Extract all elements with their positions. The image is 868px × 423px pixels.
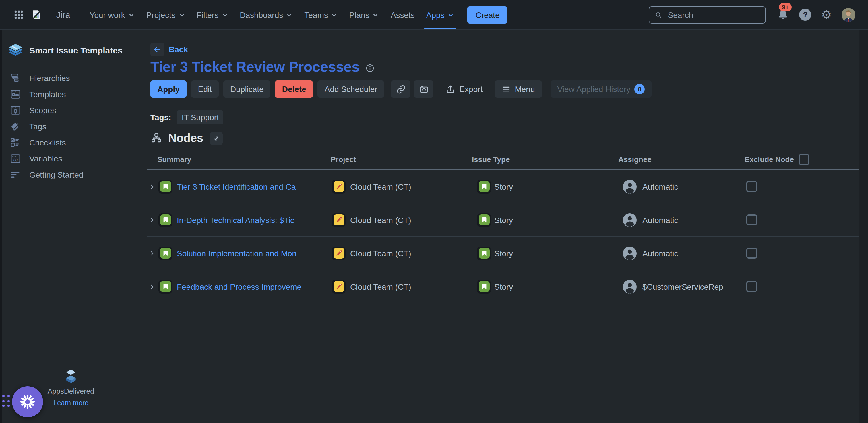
screenshot-button[interactable] xyxy=(414,81,434,98)
row-expander-icon[interactable] xyxy=(149,216,156,223)
exclude-node-checkbox[interactable] xyxy=(746,281,757,292)
assistant-fab[interactable] xyxy=(12,386,43,417)
column-header-issue-type: Issue Type xyxy=(472,155,618,164)
story-icon xyxy=(158,179,172,193)
back-button[interactable]: Back xyxy=(150,43,188,56)
project-avatar-icon xyxy=(332,213,346,227)
action-toolbar: Apply Edit Duplicate Delete Add Schedule… xyxy=(150,81,868,98)
summary-link[interactable]: Feedback and Process Improveme xyxy=(177,282,301,291)
summary-link[interactable]: In-Depth Technical Analysis: $Tic xyxy=(177,215,294,224)
getting-started-icon xyxy=(10,169,21,180)
nav-projects[interactable]: Projects xyxy=(146,10,185,19)
sidebar-item-scopes[interactable]: Scopes xyxy=(0,102,142,118)
export-icon xyxy=(446,84,456,94)
settings-gear-icon[interactable]: ⚙ xyxy=(821,9,832,21)
chevron-down-icon xyxy=(331,11,338,18)
product-name: Jira xyxy=(56,10,70,20)
tag-chip[interactable]: IT Support xyxy=(177,110,224,124)
duplicate-button[interactable]: Duplicate xyxy=(223,81,271,98)
project-name: Cloud Team (CT) xyxy=(350,249,411,258)
table-header-row: Summary Project Issue Type Assignee Excl… xyxy=(147,149,859,170)
sidebar-item-hierarchies[interactable]: Hierarchies xyxy=(0,70,142,86)
column-header-project: Project xyxy=(331,155,472,164)
page-title: Tier 3 Ticket Review Processes xyxy=(150,59,360,75)
notifications-button[interactable]: 9+ xyxy=(777,8,789,21)
app-sidebar: Smart Issue Templates Hierarchies Templa… xyxy=(0,30,143,423)
add-scheduler-button[interactable]: Add Scheduler xyxy=(318,81,384,98)
expand-icon xyxy=(213,135,220,142)
table-row: Feedback and Process Improveme Cloud Tea… xyxy=(147,270,859,304)
nav-apps[interactable]: Apps xyxy=(426,10,454,19)
drag-dots-icon[interactable] xyxy=(2,395,9,407)
sidebar-item-label: Checklists xyxy=(29,138,66,147)
project-name: Cloud Team (CT) xyxy=(350,215,411,224)
app-switcher-icon[interactable] xyxy=(10,7,26,23)
info-icon[interactable] xyxy=(365,63,375,73)
search-input[interactable] xyxy=(667,9,760,20)
view-applied-history-button[interactable]: View Applied History 0 xyxy=(551,81,652,98)
edit-button[interactable]: Edit xyxy=(191,81,219,98)
story-icon xyxy=(158,246,172,260)
link-icon xyxy=(396,84,406,94)
copy-link-button[interactable] xyxy=(391,81,411,98)
exclude-node-checkbox[interactable] xyxy=(746,215,757,225)
summary-link[interactable]: Tier 3 Ticket Identification and Ca xyxy=(177,182,296,191)
nav-dashboards[interactable]: Dashboards xyxy=(240,10,293,19)
create-button[interactable]: Create xyxy=(468,6,508,23)
table-row: In-Depth Technical Analysis: $Tic Cloud … xyxy=(147,203,859,237)
chevron-down-icon xyxy=(128,11,135,18)
back-label: Back xyxy=(169,45,188,54)
nav-filters[interactable]: Filters xyxy=(197,10,228,19)
appsdelivered-logo xyxy=(65,370,77,384)
project-avatar-icon xyxy=(332,280,346,293)
assignee-avatar-icon xyxy=(623,246,637,260)
row-expander-icon[interactable] xyxy=(149,283,156,290)
issue-type: Story xyxy=(494,249,513,258)
sidebar-item-checklists[interactable]: Checklists xyxy=(0,135,142,150)
delete-button[interactable]: Delete xyxy=(275,81,313,98)
exclude-node-checkbox[interactable] xyxy=(746,248,757,259)
tags-icon xyxy=(10,121,21,132)
sidebar-item-variables[interactable]: (x) Variables xyxy=(0,150,142,167)
nav-teams[interactable]: Teams xyxy=(304,10,338,19)
exclude-node-checkbox[interactable] xyxy=(746,181,757,192)
svg-text:(x): (x) xyxy=(13,158,18,162)
left-edge-rail xyxy=(0,30,2,423)
sidebar-item-templates[interactable]: Templates xyxy=(0,86,142,102)
smart-issue-templates-logo xyxy=(7,41,24,59)
menu-button[interactable]: Menu xyxy=(495,81,541,98)
nav-assets[interactable]: Assets xyxy=(391,10,415,19)
summary-link[interactable]: Solution Implementation and Mon xyxy=(177,249,297,258)
primary-nav: Your work Projects Filters Dashboards Te… xyxy=(90,10,454,19)
export-button[interactable]: Export xyxy=(443,81,485,98)
column-header-assignee: Assignee xyxy=(618,155,743,164)
page-scrollbar-gutter[interactable] xyxy=(859,30,868,423)
exclude-all-checkbox[interactable] xyxy=(799,154,809,165)
chevron-down-icon xyxy=(178,11,185,18)
jira-logo[interactable] xyxy=(32,10,41,20)
sidebar-nav: Hierarchies Templates Scopes Tags Checkl… xyxy=(0,70,142,183)
search-icon xyxy=(655,11,662,19)
nav-plans[interactable]: Plans xyxy=(349,10,379,19)
column-header-exclude-node: Exclude Node xyxy=(745,155,794,164)
search-input-wrap[interactable] xyxy=(649,6,766,23)
app-header: Smart Issue Templates xyxy=(7,41,136,59)
checklists-icon xyxy=(10,137,21,148)
back-arrow-icon xyxy=(153,45,162,54)
row-expander-icon[interactable] xyxy=(149,183,156,190)
menu-icon xyxy=(501,84,510,94)
story-icon xyxy=(158,280,172,293)
table-row: Solution Implementation and Mon Cloud Te… xyxy=(147,237,859,270)
apply-button[interactable]: Apply xyxy=(150,81,187,98)
nav-your-work[interactable]: Your work xyxy=(90,10,135,19)
help-icon[interactable]: ? xyxy=(799,9,811,21)
row-expander-icon[interactable] xyxy=(149,250,156,257)
sidebar-item-tags[interactable]: Tags xyxy=(0,118,142,135)
sidebar-item-getting-started[interactable]: Getting Started xyxy=(0,167,142,183)
issue-type-story-icon xyxy=(477,179,491,193)
expand-nodes-button[interactable] xyxy=(210,132,223,145)
learn-more-link[interactable]: Learn more xyxy=(53,399,89,407)
notification-badge: 9+ xyxy=(779,3,792,11)
chevron-down-icon xyxy=(286,11,293,18)
user-avatar[interactable] xyxy=(842,8,856,22)
